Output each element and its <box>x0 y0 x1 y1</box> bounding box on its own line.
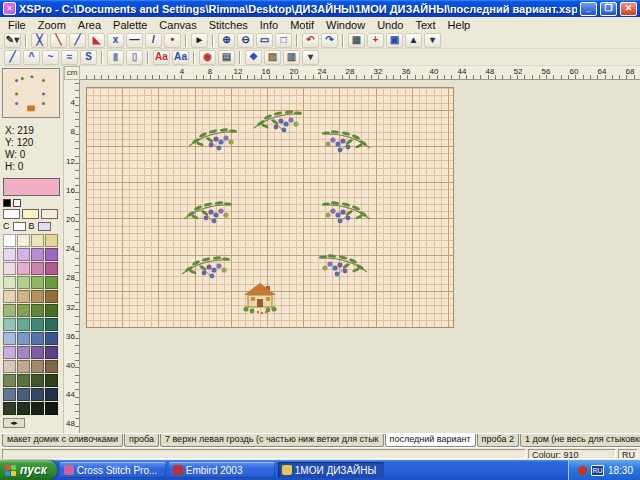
menu-window[interactable]: Window <box>320 18 371 32</box>
mini-swatch[interactable] <box>3 199 11 207</box>
house-motif[interactable] <box>238 281 282 315</box>
half-stitch-tool[interactable]: ╲ <box>50 33 67 48</box>
close-button[interactable]: ✕ <box>620 2 637 16</box>
mini-swatch[interactable] <box>13 199 21 207</box>
palette-swatch[interactable] <box>45 346 58 359</box>
palette-swatch[interactable] <box>3 234 16 247</box>
palette-swatch[interactable] <box>31 262 44 275</box>
long-stitch-tool[interactable]: / <box>145 33 162 48</box>
menu-stitches[interactable]: Stitches <box>203 18 254 32</box>
center-point-tool[interactable]: + <box>367 33 384 48</box>
line-tool[interactable]: ╱ <box>4 50 21 65</box>
palette-swatch[interactable] <box>45 332 58 345</box>
backstitch-tool[interactable]: — <box>126 33 143 48</box>
select-arrow-tool[interactable]: ► <box>191 33 208 48</box>
text-cyrillic-tool[interactable]: Аа <box>172 50 189 65</box>
design-tab[interactable]: 1 дом (не весь для стыковки) <box>520 434 640 447</box>
quick-swatch[interactable] <box>41 209 58 219</box>
pencil-tool[interactable]: ✎▾ <box>4 33 21 48</box>
palette-swatch[interactable] <box>17 360 30 373</box>
palette-swatch[interactable] <box>3 374 16 387</box>
fabric-icon[interactable]: ▨ <box>264 50 281 65</box>
menu-canvas[interactable]: Canvas <box>153 18 202 32</box>
palette-swatch[interactable] <box>3 262 16 275</box>
palette-swatch[interactable] <box>45 318 58 331</box>
olive-branch-motif[interactable] <box>181 195 235 227</box>
palette-swatch[interactable] <box>45 290 58 303</box>
design-tab[interactable]: проба <box>124 434 159 447</box>
palette-swatch[interactable] <box>17 304 30 317</box>
palette-swatch[interactable] <box>45 304 58 317</box>
full-stitch-tool[interactable]: ╳ <box>31 33 48 48</box>
fill-tool[interactable]: ▮ <box>107 50 124 65</box>
toolbar2-more-icon[interactable]: ▾ <box>302 50 319 65</box>
palette-swatch[interactable] <box>17 262 30 275</box>
taskbar-task-button[interactable]: 1МОИ ДИЗАЙНЫ <box>278 462 384 478</box>
palette-swatch[interactable] <box>3 388 16 401</box>
palette-swatch[interactable] <box>3 332 16 345</box>
palette-swatch[interactable] <box>3 276 16 289</box>
color-wheel-icon[interactable]: ◉ <box>199 50 216 65</box>
bezier-tool[interactable]: S <box>80 50 97 65</box>
palette-swatch[interactable] <box>45 374 58 387</box>
wave-tool[interactable]: ≈ <box>61 50 78 65</box>
zoom-rect-tool[interactable]: ▭ <box>256 33 273 48</box>
grid-toggle-icon[interactable]: ▦ <box>348 33 365 48</box>
menu-motif[interactable]: Motif <box>284 18 320 32</box>
design-tab[interactable]: 7 верхн левая гроздь (с частью ниж ветки… <box>160 434 384 447</box>
quick-swatch[interactable] <box>22 209 39 219</box>
mirror-horizontal-tool[interactable]: ▣ <box>386 33 403 48</box>
palette-swatch[interactable] <box>17 234 30 247</box>
palette-swatch[interactable] <box>31 304 44 317</box>
palette-swatch[interactable] <box>31 276 44 289</box>
palette-swatch[interactable] <box>31 318 44 331</box>
palette-scroll-buttons[interactable]: ◂▸ <box>3 418 25 428</box>
maximize-button[interactable]: ❐ <box>600 2 617 16</box>
olive-branch-motif[interactable] <box>179 250 233 282</box>
palette-swatch[interactable] <box>45 234 58 247</box>
current-color-swatch[interactable] <box>3 178 60 196</box>
palette-swatch[interactable] <box>3 360 16 373</box>
palette-swatch[interactable] <box>31 402 44 415</box>
petite-stitch-tool[interactable]: x <box>107 33 124 48</box>
palette-swatch[interactable] <box>17 248 30 261</box>
menu-zoom[interactable]: Zoom <box>32 18 72 32</box>
palette-swatch[interactable] <box>45 248 58 261</box>
palette-swatch[interactable] <box>17 402 30 415</box>
palette-swatch[interactable] <box>31 388 44 401</box>
design-tab[interactable]: проба 2 <box>477 434 519 447</box>
olive-branch-motif[interactable] <box>319 195 373 227</box>
zoom-in-tool[interactable]: ⊕ <box>218 33 235 48</box>
palette-swatch[interactable] <box>45 388 58 401</box>
palette-swatch[interactable] <box>45 262 58 275</box>
c-color-swatch[interactable] <box>13 222 26 231</box>
palette-swatch[interactable] <box>31 360 44 373</box>
palette-swatch[interactable] <box>17 318 30 331</box>
toolbar-more-icon[interactable]: ▾ <box>424 33 441 48</box>
palette-swatch[interactable] <box>17 290 30 303</box>
palette-swatch[interactable] <box>45 360 58 373</box>
palette-swatch[interactable] <box>3 290 16 303</box>
palette-swatch[interactable] <box>45 276 58 289</box>
palette-swatch[interactable] <box>31 332 44 345</box>
preview-thumbnail[interactable] <box>2 68 60 118</box>
menu-undo[interactable]: Undo <box>371 18 409 32</box>
menu-palette[interactable]: Palette <box>107 18 153 32</box>
menu-area[interactable]: Area <box>72 18 107 32</box>
palette-swatch[interactable] <box>3 318 16 331</box>
olive-branch-motif[interactable] <box>186 122 240 154</box>
design-tab[interactable]: макет домик с оливочками <box>2 434 123 447</box>
olive-branch-motif[interactable] <box>319 124 373 156</box>
french-knot-tool[interactable]: • <box>164 33 181 48</box>
b-color-swatch[interactable] <box>38 222 51 231</box>
quarter-stitch-tool[interactable]: ╱ <box>69 33 86 48</box>
menu-file[interactable]: File <box>2 18 32 32</box>
text-latin-tool[interactable]: Aa <box>153 50 170 65</box>
palette-swatch[interactable] <box>31 234 44 247</box>
palette-swatch[interactable] <box>31 374 44 387</box>
palette-swatch[interactable] <box>3 402 16 415</box>
minimize-button[interactable]: _ <box>580 2 597 16</box>
palette-swatch[interactable] <box>17 346 30 359</box>
palette-swatch[interactable] <box>17 374 30 387</box>
motif-library-icon[interactable]: ❖ <box>245 50 262 65</box>
